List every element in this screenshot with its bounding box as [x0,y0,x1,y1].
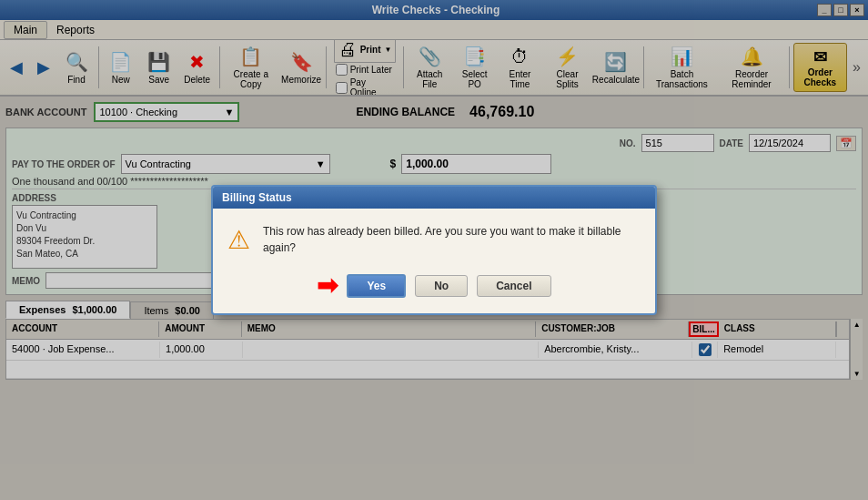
dialog-yes-button[interactable]: Yes [347,274,406,298]
dialog-cancel-button[interactable]: Cancel [477,275,550,297]
dialog-overlay: Billing Status ⚠ This row has already be… [0,0,868,500]
dialog-title: Billing Status [213,187,655,209]
dialog-message: This row has already been billed. Are yo… [263,223,641,256]
warning-icon: ⚠ [227,225,250,255]
dialog-no-button[interactable]: No [415,275,468,297]
dialog-buttons: ➡ Yes No Cancel [213,270,655,313]
dialog-body: ⚠ This row has already been billed. Are … [213,209,655,270]
billing-status-dialog: Billing Status ⚠ This row has already be… [211,185,657,315]
arrow-indicator: ➡ [317,270,338,301]
